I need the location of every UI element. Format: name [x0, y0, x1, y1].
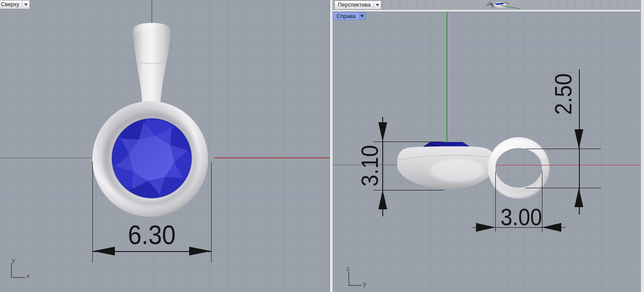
- arrowhead-up-icon: [378, 190, 387, 209]
- x-axis-positive-red: [214, 157, 329, 158]
- dimension-value: 2.50: [551, 69, 575, 120]
- viewport-title-label: Справа: [333, 12, 358, 20]
- arrowhead-down-icon: [574, 129, 583, 149]
- axis-label-vertical: z: [346, 265, 350, 272]
- viewport-perspective[interactable]: Перспектива: [333, 0, 640, 10]
- y-axis-positive-red: [496, 165, 640, 166]
- viewport-right-view[interactable]: 3.10 2.50 3.00 z y Спр: [333, 12, 640, 292]
- axis-label-horizontal: x: [26, 272, 30, 279]
- viewport-title-label: Сверху: [0, 0, 22, 9]
- viewport-menu-button[interactable]: [22, 0, 29, 9]
- viewport-title-right[interactable]: Справа: [333, 12, 366, 20]
- rhino-workspace: 6.30 y x Сверху Перспектива: [0, 0, 644, 292]
- dimension-value: 3.10: [357, 140, 382, 192]
- viewport-title-perspective[interactable]: Перспектива: [334, 0, 381, 10]
- dropdown-arrow-icon: [24, 4, 28, 6]
- window-edge: [640, 0, 644, 292]
- miniature-pendant-perspective: [482, 0, 521, 10]
- dropdown-arrow-icon: [360, 15, 364, 17]
- viewport-menu-button[interactable]: [358, 12, 366, 20]
- viewport-top-view[interactable]: 6.30 y x Сверху: [0, 0, 329, 292]
- dimension-value: 6.30: [104, 222, 199, 248]
- dropdown-arrow-icon: [376, 4, 379, 6]
- viewport-menu-button[interactable]: [373, 1, 381, 9]
- z-axis-positive-green: [446, 12, 447, 144]
- viewport-title-label: Перспектива: [335, 1, 373, 9]
- extension-line: [526, 188, 601, 189]
- axis-label-vertical: y: [12, 256, 15, 264]
- pendant-side-view-object[interactable]: [392, 132, 554, 204]
- arrowhead-right-icon: [189, 247, 211, 255]
- pendant-front-view-object[interactable]: [79, 20, 229, 226]
- x-axis-negative-gray: [0, 157, 92, 158]
- dimension-value: 3.00: [490, 204, 553, 229]
- arrowhead-left-icon: [93, 247, 115, 255]
- viewport-divider-vertical[interactable]: [329, 0, 333, 292]
- extension-line: [526, 149, 601, 150]
- axis-label-horizontal: y: [363, 280, 366, 287]
- arrowhead-down-icon: [378, 122, 387, 142]
- viewport-title-top[interactable]: Сверху: [0, 0, 30, 9]
- arrowhead-up-icon: [574, 188, 583, 207]
